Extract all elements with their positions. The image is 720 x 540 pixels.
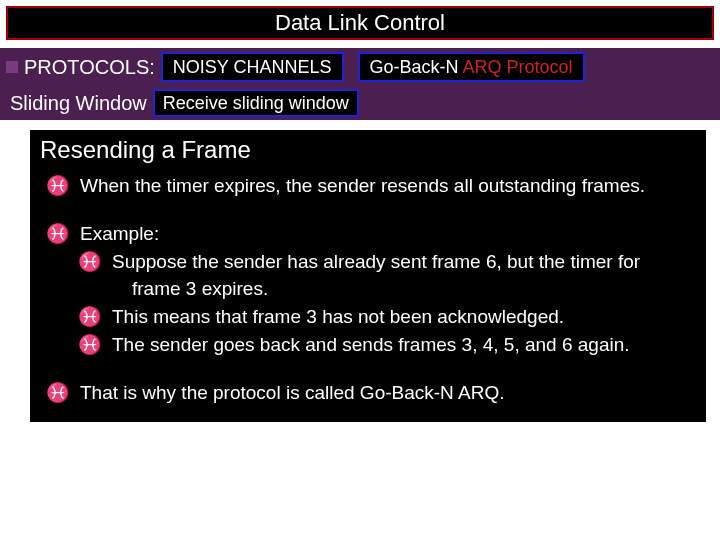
gbn-protocol-box: Go-Back-N ARQ Protocol	[358, 52, 585, 82]
bullet-2b-text: This means that frame 3 has not been ack…	[112, 305, 696, 329]
noisy-channels-text: NOISY CHANNELS	[173, 57, 332, 78]
bullet-3: ♓ That is why the protocol is called Go-…	[40, 381, 696, 405]
protocols-label: PROTOCOLS:	[24, 56, 155, 79]
square-bullet-icon	[6, 61, 18, 73]
title-bar: Data Link Control	[6, 6, 714, 40]
bullet-1-text: When the timer expires, the sender resen…	[80, 174, 696, 198]
gbn-protocol-text: Go-Back-N ARQ Protocol	[370, 57, 573, 78]
breadcrumb-row-1: PROTOCOLS: NOISY CHANNELS Go-Back-N ARQ …	[0, 48, 720, 86]
bullet-3-text: That is why the protocol is called Go-Ba…	[80, 381, 696, 405]
spacer	[40, 202, 696, 218]
sliding-window-label: Sliding Window	[10, 92, 147, 115]
pisces-icon: ♓	[78, 305, 102, 329]
pisces-icon: ♓	[46, 174, 70, 198]
pisces-icon: ♓	[46, 222, 70, 246]
bullet-2b: ♓ This means that frame 3 has not been a…	[40, 305, 696, 329]
pisces-icon: ♓	[78, 250, 102, 274]
slide: Data Link Control PROTOCOLS: NOISY CHANN…	[0, 0, 720, 540]
gbn-prefix: Go-Back-N	[370, 57, 463, 77]
receive-window-box: Receive sliding window	[153, 89, 359, 117]
noisy-channels-box: NOISY CHANNELS	[161, 52, 344, 82]
bullet-2c-text: The sender goes back and sends frames 3,…	[112, 333, 696, 357]
pisces-icon: ♓	[46, 381, 70, 405]
pisces-icon: ♓	[78, 333, 102, 357]
breadcrumb-row-2: Sliding Window Receive sliding window	[0, 86, 720, 120]
receive-window-text: Receive sliding window	[163, 93, 349, 114]
bullet-2-text: Example:	[80, 222, 696, 246]
slide-title: Data Link Control	[275, 10, 445, 36]
spacer	[40, 361, 696, 377]
bullet-2a: ♓ Suppose the sender has already sent fr…	[40, 250, 696, 274]
bullet-2c: ♓ The sender goes back and sends frames …	[40, 333, 696, 357]
bullet-2: ♓ Example:	[40, 222, 696, 246]
section-title: Resending a Frame	[40, 136, 696, 164]
gbn-arq: ARQ Protocol	[463, 57, 573, 77]
bullet-2a-text-line1: Suppose the sender has already sent fram…	[112, 250, 696, 274]
bullet-2a-text-line2: frame 3 expires.	[40, 277, 696, 301]
bullet-1: ♓ When the timer expires, the sender res…	[40, 174, 696, 198]
content-block: Resending a Frame ♓ When the timer expir…	[30, 130, 706, 422]
